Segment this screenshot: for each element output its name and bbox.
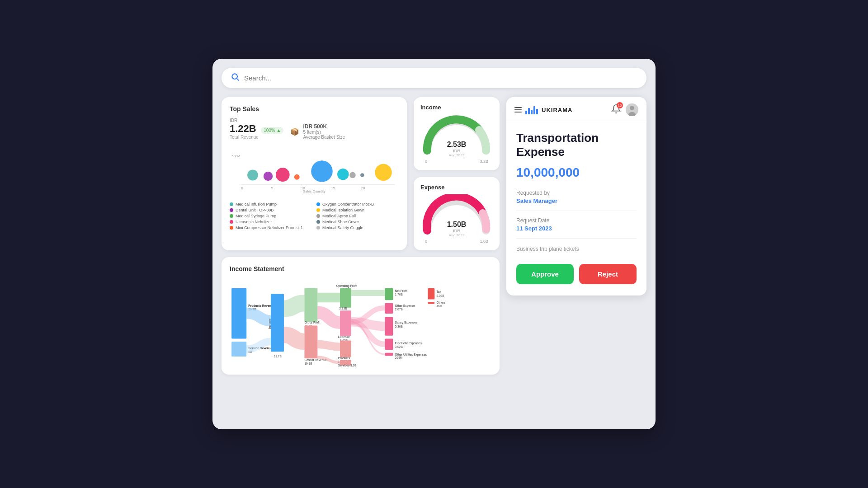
revenue-badge: 100% ▲ [261, 127, 283, 134]
revenue-info: IDR 1.22B 100% ▲ Total Revenue 📦 [230, 118, 399, 140]
svg-text:Products Revenue: Products Revenue [248, 304, 274, 307]
revenue-value: 1.22B [230, 123, 256, 134]
x-tick-0: 0 [241, 186, 243, 190]
svg-text:264M: 264M [395, 356, 403, 359]
svg-text:Others: Others [436, 301, 446, 304]
legend-item-7: Medical Isolation Gown [316, 208, 399, 212]
sankey-others [428, 302, 434, 304]
legend-label-9: Medical Shoe Cover [322, 220, 359, 224]
income-title: Income [420, 104, 493, 111]
legend-item-10: Medical Safety Goggle [316, 225, 399, 230]
expense-gauge-card: Expense 1.50B IDR Aug [414, 177, 500, 250]
search-icon [231, 72, 240, 84]
svg-text:Operating Profit: Operating Profit [336, 284, 357, 288]
svg-point-0 [232, 74, 237, 79]
bubble-6 [337, 169, 349, 180]
legend-dot-5 [230, 226, 233, 230]
svg-text:2.07B: 2.07B [395, 308, 403, 311]
legend-label-5: Mini Compressor Nebulizer Promist 1 [236, 225, 303, 230]
brand-name: UKIRAMA [542, 107, 572, 113]
sankey-diagram: Products Revenue 26.7B Service Revenue 5… [230, 278, 491, 375]
svg-text:19.1B: 19.1B [304, 362, 312, 365]
svg-text:3.02B: 3.02B [395, 345, 403, 348]
svg-text:Electricity Expenses: Electricity Expenses [395, 342, 422, 345]
hamburger-icon[interactable] [514, 107, 522, 113]
sankey-products-block [340, 341, 351, 357]
sankey-gross-profit [304, 288, 317, 322]
right-panel: UKIRAMA 10 [506, 97, 646, 375]
top-sales-card: Top Sales IDR 1.22B 100% ▲ Total Revenue [222, 97, 407, 250]
legend-item-9: Medical Shoe Cover [316, 220, 399, 224]
left-panel: Top Sales IDR 1.22B 100% ▲ Total Revenue [222, 97, 500, 375]
svg-text:IDR: IDR [453, 149, 460, 153]
sankey-products-revenue [231, 288, 246, 339]
legend-item-8: Medical Apron Full [316, 214, 399, 218]
svg-text:2.53B: 2.53B [447, 141, 467, 148]
legend-dot-7 [316, 208, 320, 212]
svg-text:Expense: Expense [338, 335, 350, 339]
request-date-label: Request Date [516, 217, 637, 224]
approve-button[interactable]: Approve [516, 264, 574, 284]
top-sales-title: Top Sales [230, 105, 399, 113]
outer-container: Top Sales IDR 1.22B 100% ▲ Total Revenue [212, 59, 656, 429]
notification-button[interactable]: 10 [611, 104, 621, 116]
income-gauge-range: 0 3.2B [420, 159, 493, 164]
expense-header: UKIRAMA 10 [506, 97, 646, 121]
legend-label-3: Medical Syringe Pump [236, 214, 276, 218]
legend-dot-2 [230, 208, 233, 212]
svg-text:2.02B: 2.02B [436, 294, 444, 297]
sankey-utilities [385, 353, 393, 356]
legend-dot-10 [316, 226, 320, 230]
sankey-expense-block [340, 310, 351, 336]
income-max: 3.2B [480, 159, 488, 164]
legend-item-2: Dental Unit TOP-30B [230, 208, 312, 212]
search-input[interactable] [244, 74, 637, 82]
sankey-net-profit [385, 288, 393, 300]
sankey-electricity [385, 338, 393, 350]
svg-text:Gross Profit: Gross Profit [304, 321, 320, 324]
svg-point-41 [630, 106, 634, 110]
bubble-3 [276, 168, 290, 182]
x-tick-5: 5 [271, 186, 273, 190]
svg-text:Net Profit: Net Profit [395, 289, 408, 292]
income-statement-card: Income Statement Products Revenue 26.7B … [222, 257, 500, 375]
revenue-right: 📦 IDR 500K 5 Item(s) Average Basket Size [290, 123, 345, 140]
divider-1 [516, 211, 637, 211]
expense-description: Business trip plane tickets [516, 245, 637, 253]
legend-dot-3 [230, 214, 233, 218]
legend-label-1: Medical Infusion Pump [236, 202, 277, 206]
svg-text:Products: Products [338, 357, 350, 360]
reject-button[interactable]: Reject [579, 264, 637, 284]
sankey-tax [428, 288, 434, 300]
avatar[interactable] [626, 103, 638, 116]
bubble-4 [294, 174, 300, 180]
svg-text:IDR: IDR [453, 229, 460, 233]
expense-gauge-title: Expense [420, 184, 493, 191]
x-tick-20: 20 [361, 186, 365, 190]
svg-text:Aug 2023: Aug 2023 [449, 233, 465, 237]
revenue-currency: IDR [230, 118, 283, 123]
svg-text:46M: 46M [436, 305, 442, 308]
main-content: Top Sales IDR 1.22B 100% ▲ Total Revenue [222, 97, 646, 375]
request-date-value: 11 Sept 2023 [516, 225, 637, 232]
expense-min: 0 [425, 239, 427, 244]
y-axis-label: 500M [231, 154, 240, 158]
legend-item-4: Ultrasonic Nebulizer [230, 220, 312, 224]
divider-2 [516, 238, 637, 239]
sankey-service-revenue [231, 342, 246, 357]
svg-line-1 [237, 79, 239, 81]
legend-item-3: Medical Syringe Pump [230, 214, 312, 218]
gauge-column: Income 2.53B IDR Aug 2 [414, 97, 500, 250]
requested-by-label: Requested by [516, 190, 637, 196]
legend-item-5: Mini Compressor Nebulizer Promist 1 [230, 225, 312, 230]
expense-title: Transportation Expense [516, 131, 637, 159]
sankey-other-expense [385, 303, 393, 314]
revenue-amount: 1.22B 100% ▲ [230, 123, 283, 135]
legend-item-1: Medical Infusion Pump [230, 202, 312, 206]
legend-label-2: Dental Unit TOP-30B [236, 208, 274, 212]
sankey-income [271, 294, 284, 352]
notification-badge: 10 [617, 102, 623, 108]
action-buttons: Approve Reject [516, 264, 637, 284]
expense-max: 1.6B [480, 239, 488, 244]
expense-header-left: UKIRAMA [514, 105, 572, 114]
